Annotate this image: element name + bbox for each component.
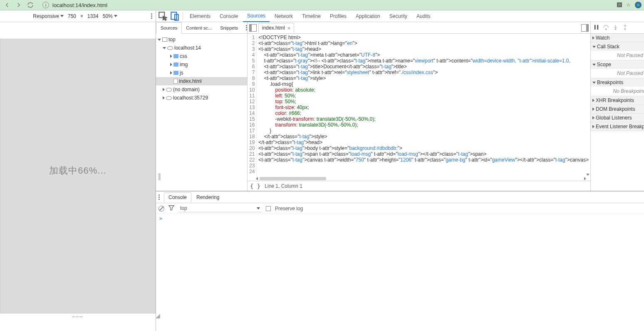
dom-breakpoints-section[interactable]: DOM Breakpoints [591, 105, 644, 113]
zoom-dropdown[interactable]: 50% [103, 13, 117, 19]
folder-icon [173, 54, 178, 58]
pause-icon[interactable] [593, 24, 599, 32]
rendered-page[interactable]: 加载中66%... || ═══ ◢ [0, 39, 156, 314]
event-listener-breakpoints-section[interactable]: Event Listener Breakpoints [591, 122, 644, 131]
extension-icon[interactable] [635, 2, 642, 8]
breakpoints-section[interactable]: Breakpoints [591, 78, 644, 87]
nav-tab-snippets[interactable]: Snippets [216, 22, 242, 34]
callstack-section[interactable]: Call Stack [591, 42, 644, 51]
reload-button[interactable] [26, 0, 35, 10]
resize-handle-corner[interactable]: ◢ [156, 312, 160, 319]
forward-button[interactable] [14, 0, 23, 10]
tree-folder-js[interactable]: js [156, 69, 247, 77]
filter-icon[interactable] [168, 205, 174, 212]
cloud-icon [167, 46, 173, 50]
step-over-icon[interactable] [603, 24, 609, 32]
viewport-height[interactable]: 1334 [87, 13, 99, 19]
device-toolbar: Responsive 750 × 1334 50% [0, 10, 156, 22]
resize-handle-bottom[interactable]: ═══ [72, 314, 83, 319]
step-into-icon[interactable] [612, 24, 619, 32]
preserve-log-label: Preserve log [275, 206, 303, 212]
viewport-width[interactable]: 750 [68, 13, 76, 19]
drawer-menu[interactable] [159, 194, 160, 200]
code-editor[interactable]: 123456789101112131415161718192021222324 … [248, 34, 590, 181]
step-out-icon[interactable] [622, 24, 628, 32]
scope-section[interactable]: Scope [591, 60, 644, 69]
cloud-icon [166, 88, 172, 92]
dimension-separator: × [80, 13, 83, 19]
devtools-pane: Elements Console Sources Network Timelin… [156, 10, 644, 331]
svg-rect-4 [597, 25, 598, 29]
sources-navigator: Sources Content sc... Snippets top local… [156, 22, 248, 191]
back-button[interactable] [2, 0, 12, 10]
callstack-status: Not Paused [591, 51, 644, 60]
tree-host-localhost35729[interactable]: localhost:35729 [156, 94, 247, 102]
translate-icon[interactable]: 🅰 [617, 2, 622, 8]
drawer-tab-console[interactable]: Console [164, 192, 191, 202]
tab-console[interactable]: Console [215, 10, 242, 22]
tab-timeline[interactable]: Timeline [298, 10, 325, 22]
bookmark-icon[interactable]: ☆ [626, 2, 631, 8]
device-mode-dropdown[interactable]: Responsive [33, 13, 64, 19]
horizontal-scrollbar[interactable] [256, 177, 586, 181]
site-info-icon[interactable]: i [42, 2, 49, 8]
svg-point-7 [624, 28, 626, 30]
resize-handle-right[interactable]: || [158, 172, 160, 181]
breakpoints-status: No Breakpoints [591, 87, 644, 96]
file-icon [173, 79, 178, 84]
devtools-tabbar: Elements Console Sources Network Timelin… [156, 10, 644, 22]
tab-sources[interactable]: Sources [243, 10, 270, 22]
toggle-debugger-icon[interactable] [581, 24, 589, 32]
device-toolbar-menu[interactable] [151, 13, 152, 19]
debugger-sidebar: Watch Call Stack Not Paused Scope Not Pa… [590, 22, 644, 191]
watch-section[interactable]: Watch [591, 34, 644, 42]
toggle-device-icon[interactable] [169, 11, 180, 21]
svg-point-6 [615, 28, 616, 30]
drawer-tab-rendering[interactable]: Rendering [192, 192, 223, 202]
code-editor-column: index.html× 1234567891011121314151617181… [248, 22, 590, 191]
nav-tab-sources[interactable]: Sources [156, 22, 182, 34]
tree-folder-img[interactable]: img [156, 60, 247, 69]
scroll-down-arrow[interactable] [586, 174, 590, 176]
context-dropdown[interactable]: top [178, 204, 262, 212]
folder-icon [173, 71, 178, 75]
nav-tab-content-scripts[interactable]: Content sc... [182, 22, 216, 34]
tree-folder-css[interactable]: css [156, 52, 247, 60]
toggle-navigator-icon[interactable] [249, 24, 257, 32]
tree-no-domain[interactable]: (no domain) [156, 85, 247, 94]
console-output[interactable]: > [156, 214, 644, 331]
pretty-print-icon[interactable]: { } [250, 183, 260, 189]
global-listeners-section[interactable]: Global Listeners [591, 114, 644, 122]
console-drawer: Console Rendering top Preserve log > [156, 191, 644, 331]
console-prompt[interactable]: > [159, 216, 162, 221]
tab-application[interactable]: Application [352, 10, 384, 22]
navigator-menu[interactable] [246, 25, 247, 30]
svg-rect-1 [171, 12, 176, 19]
line-gutter[interactable]: 123456789101112131415161718192021222324 [248, 34, 257, 181]
inspect-element-icon[interactable] [158, 11, 168, 21]
file-tree: top localhost:14 css img js index.html (… [156, 34, 247, 104]
cloud-icon [166, 96, 172, 100]
xhr-breakpoints-section[interactable]: XHR Breakpoints [591, 96, 644, 105]
loading-message: 加载中66%... [49, 164, 106, 177]
tree-file-index[interactable]: index.html [156, 77, 247, 85]
editor-tab-index[interactable]: index.html× [258, 23, 294, 33]
preserve-log-checkbox[interactable] [266, 206, 271, 211]
tab-profiles[interactable]: Profiles [326, 10, 351, 22]
page-preview-pane: Responsive 750 × 1334 50% 加载中66%... || ═… [0, 10, 156, 331]
debugger-toolbar [591, 22, 644, 34]
clear-console-icon[interactable] [159, 206, 164, 212]
svg-rect-3 [594, 25, 596, 29]
console-toolbar: top Preserve log [156, 203, 644, 214]
tab-network[interactable]: Network [270, 10, 297, 22]
svg-point-5 [605, 28, 607, 30]
tab-security[interactable]: Security [385, 10, 411, 22]
tree-host-localhost14[interactable]: localhost:14 [156, 44, 247, 52]
tab-audits[interactable]: Audits [412, 10, 434, 22]
tree-top-frame[interactable]: top [156, 35, 247, 44]
close-icon[interactable]: × [287, 25, 291, 31]
viewport-area: 加载中66%... || ═══ ◢ [0, 22, 156, 331]
tab-elements[interactable]: Elements [186, 10, 215, 22]
address-bar[interactable]: localhost:14/index.html [52, 2, 614, 8]
folder-icon [173, 62, 178, 67]
